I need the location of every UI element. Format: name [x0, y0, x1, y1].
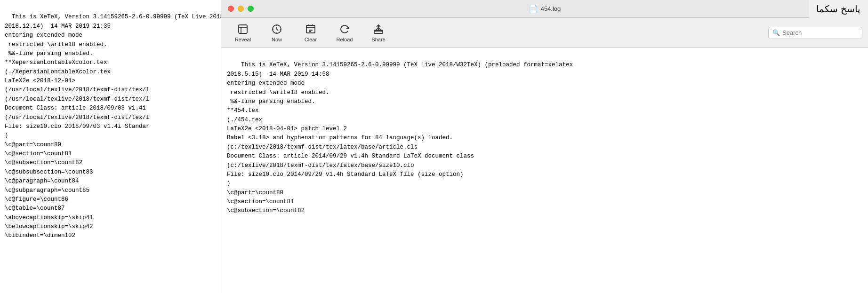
log-content-area: This is XeTeX, Version 3.14159265-2.6-0.… [221, 48, 868, 293]
svg-rect-0 [239, 25, 247, 33]
clear-label: Clear [305, 37, 317, 42]
left-log-content: This is XeTeX, Version 3.14159265-2.6-0.… [5, 14, 221, 239]
reveal-button[interactable]: Reveal [227, 20, 259, 46]
log-text: This is XeTeX, Version 3.14159265-2.6-0.… [227, 62, 573, 214]
close-button[interactable] [228, 6, 234, 12]
title-bar: 📄 454.log پاسخ سکما [221, 0, 868, 18]
search-icon: 🔍 [772, 29, 780, 37]
share-button[interactable]: Share [362, 20, 394, 46]
share-label: Share [371, 37, 385, 42]
now-icon [271, 24, 282, 35]
window-title: 454.log [541, 5, 561, 12]
minimize-button[interactable] [238, 6, 244, 12]
window-controls [228, 6, 254, 12]
reload-button[interactable]: Reload [329, 20, 361, 46]
right-panel: 📄 454.log پاسخ سکما Reveal [221, 0, 868, 293]
now-label: Now [272, 37, 282, 42]
file-icon: 📄 [529, 4, 538, 13]
left-log-panel: This is XeTeX, Version 3.14159265-2.6-0.… [0, 0, 221, 293]
persian-text: پاسخ سکما [816, 3, 860, 15]
reveal-icon [237, 24, 249, 35]
clear-icon [305, 24, 316, 35]
search-input[interactable] [782, 29, 858, 36]
now-button[interactable]: Now [261, 20, 293, 46]
window-title-area: 📄 454.log [529, 4, 561, 13]
share-icon [373, 24, 384, 35]
reload-label: Reload [337, 37, 353, 42]
clear-button[interactable]: Clear [295, 20, 327, 46]
search-box[interactable]: 🔍 [768, 27, 862, 39]
toolbar: Reveal Now Clear [221, 18, 868, 48]
reload-icon [339, 24, 350, 35]
maximize-button[interactable] [248, 6, 254, 12]
reveal-label: Reveal [235, 37, 251, 42]
persian-text-area: پاسخ سکما [809, 0, 868, 18]
